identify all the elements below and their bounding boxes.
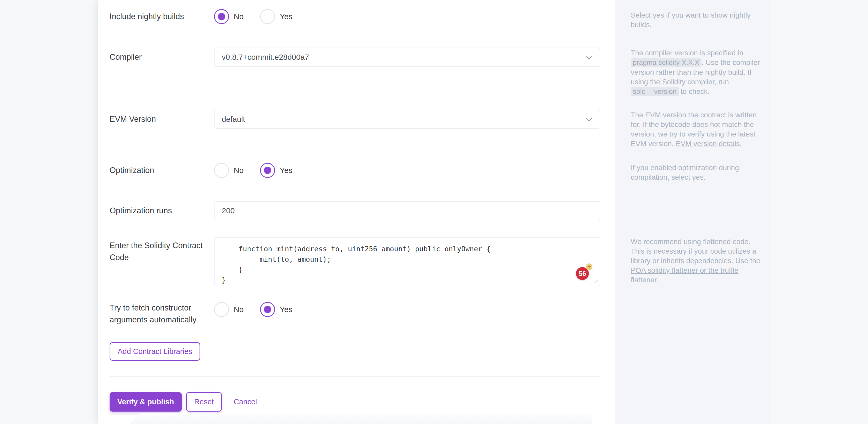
field-compiler: Compiler v0.8.7+commit.e28d00a7 xyxy=(110,48,600,67)
extension-plus-badge: + xyxy=(586,264,592,270)
nightly-builds-help: Select yes if you want to show nightly b… xyxy=(631,10,761,29)
optimization-yes-label[interactable]: Yes xyxy=(280,166,292,175)
nightly-yes-option[interactable]: Yes xyxy=(260,9,292,24)
chevron-down-icon xyxy=(586,53,592,59)
field-fetch-constructor-args: Try to fetch constructor arguments autom… xyxy=(110,302,600,333)
field-optimization: Optimization No Yes xyxy=(110,162,600,178)
compiler-label: Compiler xyxy=(110,51,214,63)
fetch-args-yes-option[interactable]: Yes xyxy=(260,302,292,317)
page-background-left xyxy=(0,0,98,424)
compiler-selected-value: v0.8.7+commit.e28d00a7 xyxy=(222,53,309,62)
radio-checked-icon[interactable] xyxy=(260,302,275,317)
optimization-label: Optimization xyxy=(110,164,214,176)
footer-background-shape xyxy=(129,413,592,424)
reset-button[interactable]: Reset xyxy=(186,392,222,412)
compiler-select[interactable]: v0.8.7+commit.e28d00a7 xyxy=(214,48,600,67)
radio-dot xyxy=(218,13,225,20)
chevron-down-icon xyxy=(586,115,592,122)
flattener-link[interactable]: POA solidity flattener or the truffle fl… xyxy=(631,266,739,284)
nightly-builds-label: Include nightly builds xyxy=(110,10,214,23)
nightly-yes-label[interactable]: Yes xyxy=(280,12,292,21)
fetch-args-radio-group: No Yes xyxy=(214,302,600,317)
radio-dot xyxy=(264,306,271,313)
page-background-right xyxy=(770,0,868,424)
optimization-yes-option[interactable]: Yes xyxy=(260,163,292,178)
nightly-no-label[interactable]: No xyxy=(234,12,244,21)
field-include-nightly-builds: Include nightly builds No Yes xyxy=(110,9,600,24)
contract-code-textarea[interactable]: function mint(address to, uint256 amount… xyxy=(214,237,600,286)
fetch-args-label: Try to fetch constructor arguments autom… xyxy=(110,302,214,326)
help-sidebar: Select yes if you want to show nightly b… xyxy=(615,0,770,424)
radio-unchecked-icon[interactable] xyxy=(214,163,229,178)
evm-version-select[interactable]: default xyxy=(214,110,600,129)
radio-unchecked-icon[interactable] xyxy=(260,9,275,24)
solc-version-code-chip: solc —version xyxy=(631,87,679,96)
form-actions: Verify & publish Reset Cancel xyxy=(110,392,600,412)
compiler-help: The compiler version is specified in pra… xyxy=(631,48,761,96)
contract-code-label: Enter the Solidity Contract Code xyxy=(110,237,214,264)
fetch-args-yes-label[interactable]: Yes xyxy=(280,305,292,314)
evm-selected-value: default xyxy=(222,115,245,124)
contract-code-help: We recommend using flattened code. This … xyxy=(631,237,761,285)
optimization-help: If you enabled optimization during compi… xyxy=(631,163,761,182)
section-divider xyxy=(110,376,600,377)
nightly-no-option[interactable]: No xyxy=(214,9,244,24)
pragma-code-chip: pragma solidity X.X.X xyxy=(631,58,702,67)
fetch-args-no-label[interactable]: No xyxy=(234,305,244,314)
cancel-button[interactable]: Cancel xyxy=(234,398,257,406)
field-optimization-runs: Optimization runs xyxy=(110,201,600,220)
verify-contract-form: Include nightly builds No Yes Compiler v… xyxy=(98,0,615,424)
verify-publish-button[interactable]: Verify & publish xyxy=(110,392,182,412)
optimization-no-option[interactable]: No xyxy=(214,163,244,178)
field-contract-code: Enter the Solidity Contract Code functio… xyxy=(110,237,600,286)
radio-checked-icon[interactable] xyxy=(260,163,275,178)
radio-checked-icon[interactable] xyxy=(214,9,229,24)
nightly-builds-radio-group: No Yes xyxy=(214,9,600,24)
radio-unchecked-icon[interactable] xyxy=(214,302,229,317)
evm-version-help: The EVM version the contract is written … xyxy=(631,110,761,148)
optimization-runs-label: Optimization runs xyxy=(110,205,214,217)
optimization-radio-group: No Yes xyxy=(214,163,600,178)
evm-version-details-link[interactable]: EVM version details xyxy=(676,140,740,148)
radio-dot xyxy=(264,167,271,174)
add-contract-libraries-button[interactable]: Add Contract Libraries xyxy=(110,342,200,361)
optimization-no-label[interactable]: No xyxy=(234,166,244,175)
fetch-args-no-option[interactable]: No xyxy=(214,302,244,317)
evm-version-label: EVM Version xyxy=(110,113,214,125)
content-sheet: Include nightly builds No Yes Compiler v… xyxy=(98,0,770,424)
optimization-runs-input[interactable] xyxy=(214,201,600,220)
field-evm-version: EVM Version default xyxy=(110,110,600,129)
